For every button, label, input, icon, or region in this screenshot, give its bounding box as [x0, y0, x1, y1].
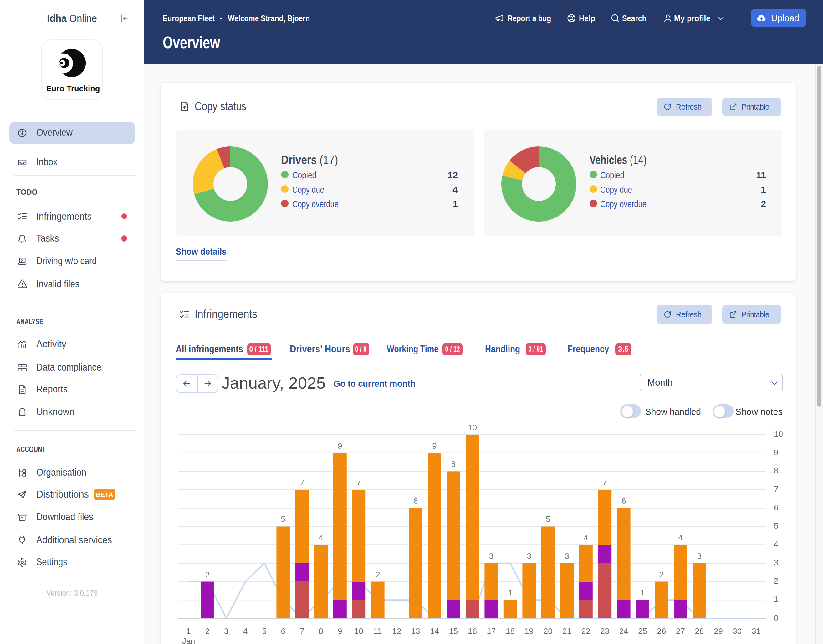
svg-text:9: 9 — [338, 441, 342, 451]
svg-text:17: 17 — [487, 627, 496, 636]
svg-text:26: 26 — [657, 627, 666, 636]
svg-text:4: 4 — [584, 533, 588, 542]
svg-text:23: 23 — [600, 627, 609, 636]
svg-text:3: 3 — [697, 551, 702, 561]
svg-text:25: 25 — [638, 627, 647, 636]
svg-text:3: 3 — [565, 551, 569, 561]
svg-text:2: 2 — [205, 627, 210, 636]
svg-text:4: 4 — [243, 627, 248, 636]
svg-text:5: 5 — [774, 521, 778, 531]
svg-text:8: 8 — [774, 466, 778, 475]
svg-text:4: 4 — [678, 533, 682, 542]
svg-text:6: 6 — [413, 496, 418, 506]
svg-text:1: 1 — [640, 588, 645, 597]
svg-text:30: 30 — [733, 627, 742, 636]
svg-text:4: 4 — [774, 540, 778, 549]
svg-text:6: 6 — [281, 627, 285, 636]
svg-text:20: 20 — [544, 627, 553, 636]
svg-text:6: 6 — [774, 503, 778, 512]
svg-text:1: 1 — [774, 595, 778, 604]
svg-text:9: 9 — [774, 448, 778, 457]
svg-text:3: 3 — [489, 551, 493, 561]
svg-text:27: 27 — [676, 627, 685, 636]
svg-text:21: 21 — [562, 627, 572, 636]
svg-text:10: 10 — [354, 627, 363, 636]
svg-text:8: 8 — [319, 627, 323, 636]
svg-text:7: 7 — [300, 478, 304, 487]
svg-text:12: 12 — [392, 627, 401, 636]
svg-text:5: 5 — [546, 514, 550, 524]
svg-text:5: 5 — [281, 514, 285, 524]
svg-text:9: 9 — [432, 441, 437, 451]
svg-text:2: 2 — [375, 570, 380, 579]
svg-text:28: 28 — [695, 627, 704, 636]
svg-text:1: 1 — [186, 627, 190, 636]
svg-text:3: 3 — [774, 558, 778, 567]
svg-text:16: 16 — [468, 627, 477, 636]
svg-text:1: 1 — [508, 588, 512, 597]
svg-text:18: 18 — [506, 627, 515, 636]
svg-text:Jan: Jan — [182, 636, 195, 644]
svg-text:8: 8 — [451, 459, 456, 469]
svg-text:2: 2 — [659, 570, 664, 579]
svg-text:31: 31 — [752, 627, 761, 636]
svg-text:14: 14 — [430, 627, 439, 636]
svg-text:13: 13 — [411, 627, 420, 636]
svg-text:15: 15 — [449, 627, 458, 636]
svg-text:2: 2 — [774, 576, 778, 586]
svg-text:6: 6 — [621, 496, 626, 506]
svg-text:7: 7 — [602, 478, 607, 487]
svg-text:19: 19 — [524, 627, 533, 636]
svg-text:24: 24 — [619, 627, 628, 636]
svg-text:5: 5 — [262, 627, 266, 636]
svg-text:10: 10 — [774, 429, 783, 439]
svg-text:0: 0 — [774, 613, 778, 623]
svg-text:22: 22 — [581, 627, 590, 636]
svg-text:7: 7 — [774, 485, 778, 494]
svg-text:3: 3 — [224, 627, 228, 636]
svg-text:10: 10 — [468, 423, 477, 432]
svg-text:2: 2 — [205, 570, 210, 579]
svg-text:7: 7 — [300, 627, 304, 636]
svg-text:4: 4 — [319, 533, 323, 542]
svg-text:29: 29 — [714, 627, 723, 636]
svg-text:9: 9 — [338, 627, 342, 636]
svg-text:11: 11 — [374, 627, 382, 636]
svg-text:3: 3 — [527, 551, 531, 561]
svg-text:7: 7 — [356, 478, 361, 487]
